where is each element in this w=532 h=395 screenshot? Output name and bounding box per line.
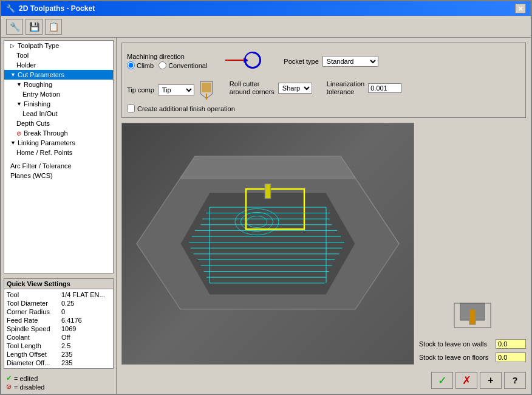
radio-climb[interactable]: Climb xyxy=(127,61,154,69)
tree-label: Tool xyxy=(16,52,29,59)
linearization-input[interactable] xyxy=(368,83,401,93)
qv-label: Diameter Off... xyxy=(7,359,61,366)
qv-value: 1069 xyxy=(61,325,76,332)
tree-item-finishing[interactable]: ▼ Finishing xyxy=(4,99,113,109)
stock-floors-row: Stock to leave on floors xyxy=(419,352,526,362)
tip-comp-group: Tip comp Tip Center None xyxy=(127,80,215,100)
legend-disabled: ⊘ = disabled xyxy=(6,383,111,391)
tree-item-tool[interactable]: Tool xyxy=(4,50,113,60)
stock-walls-input[interactable] xyxy=(496,339,526,349)
add-icon: + xyxy=(488,375,493,386)
tree-item-roughing[interactable]: ▼ Roughing xyxy=(4,80,113,89)
tip-comp-icon xyxy=(198,80,215,100)
tip-comp-select[interactable]: Tip Center None xyxy=(158,84,194,95)
tree-item-entry-motion[interactable]: Entry Motion xyxy=(4,89,113,99)
stock-icon-container xyxy=(419,300,526,331)
cancel-button[interactable]: ✗ xyxy=(455,372,477,389)
tree-label: Finishing xyxy=(24,100,50,108)
qv-row-corner: Corner Radius 0 xyxy=(5,307,112,316)
linearization-row: Linearizationtolerance xyxy=(327,80,401,96)
tree-label: Depth Cuts xyxy=(16,120,50,127)
toolbar-btn-3[interactable]: 📋 xyxy=(45,19,62,35)
tree-item-planes[interactable]: Planes (WCS) xyxy=(4,171,113,180)
left-panel: ▷ Toolpath Type Tool Holder ▼ Cut Parame… xyxy=(1,38,117,394)
qv-label: Corner Radius xyxy=(7,308,61,315)
tree-item-lead-in-out[interactable]: Lead In/Out xyxy=(4,109,113,118)
radio-conventional[interactable]: Conventional xyxy=(159,61,207,69)
finish-op-label: Create additional finish operation xyxy=(137,105,235,112)
qv-value: 6.4176 xyxy=(61,317,82,324)
quick-view-panel: Quick View Settings Tool 1/4 FLAT EN... … xyxy=(4,278,114,369)
roll-cutter-row: Roll cutteraround corners Sharp All None xyxy=(230,80,312,96)
qv-value: 0 xyxy=(61,308,65,315)
main-area: ▷ Toolpath Type Tool Holder ▼ Cut Parame… xyxy=(1,38,531,394)
title-bar: 🔧 2D Toolpaths - Pocket ✕ xyxy=(1,1,531,16)
qv-value: 2.5 xyxy=(61,342,70,349)
help-button[interactable]: ? xyxy=(504,372,526,389)
toolbar-btn-1[interactable]: 🔧 xyxy=(6,19,23,35)
expand-icon: ▷ xyxy=(10,43,16,49)
radio-conventional-input[interactable] xyxy=(159,61,166,69)
qv-label: Tool Diameter xyxy=(7,300,61,307)
preview-stock-area: Stock to leave on walls Stock to leave o… xyxy=(121,123,526,365)
tree-item-holder[interactable]: Holder xyxy=(4,60,113,70)
cancel-icon: ✗ xyxy=(462,374,471,387)
3d-preview xyxy=(121,123,414,365)
params-area: Tip comp Tip Center None xyxy=(127,80,520,100)
expand-icon: ▼ xyxy=(10,140,16,146)
qv-row-coolant: Coolant Off xyxy=(5,333,112,342)
radio-climb-label: Climb xyxy=(137,62,154,69)
tree-label: Linking Parameters xyxy=(18,139,75,146)
svg-marker-7 xyxy=(180,156,355,178)
window-icon: 🔧 xyxy=(6,4,15,13)
tree-item-cut-params[interactable]: ▼ Cut Parameters xyxy=(4,70,113,80)
direction-icon-container xyxy=(219,48,262,74)
legend-edited: ✓ = edited xyxy=(6,374,111,382)
svg-rect-5 xyxy=(202,83,211,92)
stock-walls-row: Stock to leave on walls xyxy=(419,339,526,349)
tree-item-break-through[interactable]: ⊘ Break Through xyxy=(4,128,113,138)
tree-item-home-ref[interactable]: Home / Ref. Points xyxy=(4,148,113,157)
toolbar: 🔧 💾 📋 xyxy=(1,16,531,38)
roll-cutter-label: Roll cutteraround corners xyxy=(230,80,275,96)
quick-view-content: Tool 1/4 FLAT EN... Tool Diameter 0.25 C… xyxy=(4,289,113,368)
tree-item-linking-params[interactable]: ▼ Linking Parameters xyxy=(4,138,113,148)
qv-label: Tool xyxy=(7,291,61,298)
machining-direction-group: Machining direction Climb Conventional xyxy=(127,53,207,69)
qv-value: 1/4 FLAT EN... xyxy=(61,291,105,298)
expand-icon: ▼ xyxy=(16,101,22,107)
tree-label: Lead In/Out xyxy=(22,110,58,117)
machining-direction-row: Machining direction Climb Conventional xyxy=(127,48,520,74)
qv-label: Coolant xyxy=(7,334,61,341)
stock-floors-label: Stock to leave on floors xyxy=(419,354,492,361)
tree-area[interactable]: ▷ Toolpath Type Tool Holder ▼ Cut Parame… xyxy=(4,40,114,273)
tree-item-toolpath-type[interactable]: ▷ Toolpath Type xyxy=(4,41,113,50)
expand-icon: ▼ xyxy=(10,72,16,78)
edited-icon: ✓ xyxy=(6,374,12,382)
stock-controls: Stock to leave on walls Stock to leave o… xyxy=(419,123,526,365)
tree-label: Home / Ref. Points xyxy=(16,149,72,156)
radio-climb-input[interactable] xyxy=(127,61,135,69)
stock-floors-input[interactable] xyxy=(496,352,526,362)
disabled-icon: ⊘ xyxy=(6,383,12,391)
edited-label: = edited xyxy=(14,375,38,382)
tree-item-depth-cuts[interactable]: Depth Cuts xyxy=(4,118,113,128)
tree-label: Roughing xyxy=(24,81,52,88)
roll-cutter-select[interactable]: Sharp All None xyxy=(278,83,312,94)
toolbar-btn-2[interactable]: 💾 xyxy=(26,19,43,35)
close-button[interactable]: ✕ xyxy=(515,4,526,13)
tree-item-arc-filter[interactable]: Arc Filter / Tolerance xyxy=(4,161,113,171)
add-button[interactable]: + xyxy=(480,372,502,389)
tree-label: Toolpath Type xyxy=(18,42,59,49)
pocket-type-group: Pocket type Standard Island Facing Open … xyxy=(284,56,378,67)
roll-cutter-group: Roll cutteraround corners Sharp All None xyxy=(230,80,312,96)
linearization-group: Linearizationtolerance xyxy=(327,80,401,96)
finish-op-checkbox[interactable] xyxy=(127,105,135,112)
qv-row-diameter-off: Diameter Off... 235 xyxy=(5,359,112,367)
pocket-type-select[interactable]: Standard Island Facing Open Pocket xyxy=(322,56,378,67)
title-bar-text: 🔧 2D Toolpaths - Pocket xyxy=(6,4,95,13)
tree-label: Planes (WCS) xyxy=(10,172,53,179)
ok-button[interactable]: ✓ xyxy=(431,372,453,389)
direction-icon xyxy=(219,48,262,72)
qv-row-spindle: Spindle Speed 1069 xyxy=(5,325,112,333)
